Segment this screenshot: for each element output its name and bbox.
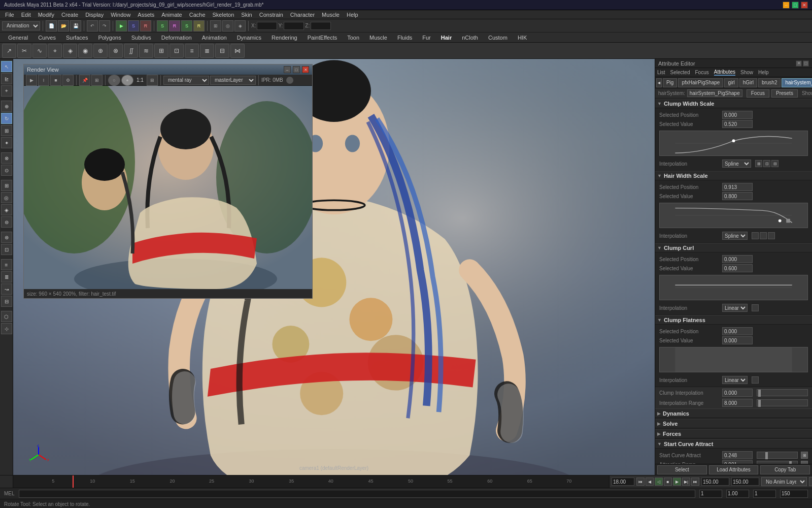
stop-btn[interactable]: ■ (664, 478, 672, 486)
polymodel-button[interactable]: ⬡ (1, 311, 12, 322)
ae-section-header-hws[interactable]: ▼ Hair Width Scale (655, 171, 812, 180)
render-settings-button[interactable]: R (140, 20, 151, 31)
cat-general[interactable]: General (3, 33, 33, 43)
snap-pt-lt[interactable]: ◈ (1, 204, 12, 215)
rv-render-btn[interactable]: ▶ (26, 75, 37, 86)
shelf-icon-15[interactable]: ⊟ (215, 44, 229, 58)
ae-float-btn[interactable]: □ (803, 60, 809, 67)
ae-focus-btn[interactable]: Focus (747, 89, 769, 98)
status-start-field[interactable] (726, 490, 749, 498)
cc-val-field[interactable] (722, 264, 753, 272)
menu-file[interactable]: File (2, 10, 17, 19)
rv-maximize[interactable]: □ (293, 66, 300, 73)
menu-assets[interactable]: Assets (134, 10, 157, 19)
cws-ctrl3[interactable]: ⊟ (771, 160, 779, 167)
anim-layer-dropdown[interactable]: No Anim Layer (761, 477, 807, 486)
viewport-area[interactable]: Render View – □ ✕ ▶ I ■ ⚙ 📌 ⊞ ○ ● 1:1 ⊞ (13, 59, 655, 475)
shelf-icon-12[interactable]: ⊡ (170, 44, 184, 58)
cat-curves[interactable]: Curves (33, 33, 61, 43)
next-frame-btn[interactable]: ▶| (682, 478, 690, 486)
channel-button[interactable]: ≣ (1, 271, 12, 282)
rv-close[interactable]: ✕ (302, 66, 309, 73)
ae-node-hgirl[interactable]: hGirl (739, 78, 757, 87)
cf-ctrl1[interactable] (752, 376, 759, 384)
paint-button[interactable]: R (169, 20, 180, 31)
cat-subdivs[interactable]: Subdivs (126, 33, 156, 43)
cat-fluids[interactable]: Fluids (392, 33, 417, 43)
z-field[interactable] (311, 22, 331, 30)
tool4-button[interactable]: R (193, 20, 205, 31)
cat-toon[interactable]: Toon (342, 33, 364, 43)
ae-section-header-sca[interactable]: ▼ Start Curve Attract (655, 439, 812, 449)
snap-curve-lt[interactable]: ◎ (1, 192, 12, 203)
sca-attract-slider[interactable] (757, 452, 798, 459)
render-current-button[interactable]: ▶ (116, 20, 127, 31)
rv-ipr-btn[interactable]: I (38, 75, 49, 86)
ae-section-header-cc[interactable]: ▼ Clump Curl (655, 243, 812, 252)
shelf-icon-11[interactable]: ⊞ (154, 44, 168, 58)
interp-range-field[interactable] (722, 399, 753, 407)
hws-interp-select[interactable]: SplineLinear (722, 232, 748, 240)
sca-damp-field[interactable] (722, 460, 753, 464)
redo-button[interactable]: ↷ (99, 20, 110, 31)
render-view-title-bar[interactable]: Render View – □ ✕ (24, 65, 312, 75)
cf-interp-select[interactable]: LinearSpline (722, 376, 748, 384)
hws-val-field[interactable] (722, 192, 753, 200)
cws-val-field[interactable] (722, 120, 753, 128)
shelf-icon-7[interactable]: ⊕ (93, 44, 108, 58)
range-start-field[interactable] (701, 478, 729, 486)
ae-section-header-cws[interactable]: ▼ Clump Width Scale (655, 99, 812, 108)
menu-window[interactable]: Window (108, 10, 133, 19)
clump-interp-field[interactable] (722, 389, 753, 397)
shelf-icon-16[interactable]: ⋈ (230, 44, 245, 58)
menu-cache[interactable]: Cache (186, 10, 209, 19)
cat-custom[interactable]: Custom (483, 33, 513, 43)
ae-node-brush2[interactable]: brush2 (758, 78, 781, 87)
menu-skin[interactable]: Skin (238, 10, 255, 19)
sca-damp-slider[interactable] (757, 461, 798, 464)
sca-attract-field[interactable] (722, 451, 753, 459)
cat-hik[interactable]: HIK (513, 33, 532, 43)
ae-section-header-solve[interactable]: ▶ Solve (655, 419, 812, 428)
range-end-field[interactable] (731, 478, 759, 486)
render-view-image[interactable] (24, 86, 312, 289)
snap-point-button[interactable]: ◈ (234, 20, 246, 31)
shelf-icon-9[interactable]: ∬ (124, 44, 138, 58)
hws-curve-widget[interactable] (659, 203, 808, 228)
shelf-icon-2[interactable]: ✂ (17, 44, 31, 58)
tool3-button[interactable]: S (181, 20, 192, 31)
hws-ctrl1[interactable] (752, 232, 759, 239)
cat-fur[interactable]: Fur (417, 33, 436, 43)
cat-surfaces[interactable]: Surfaces (61, 33, 93, 43)
maximize-button[interactable]: □ (792, 2, 799, 9)
ae-node-pig[interactable]: Pig (663, 78, 677, 87)
ae-tab-selected[interactable]: Selected (670, 70, 690, 75)
soft-mod-button[interactable]: ⊗ (1, 152, 12, 164)
open-scene-button[interactable]: 📂 (58, 20, 69, 31)
cf-val-field[interactable] (722, 336, 753, 344)
layer-button[interactable]: ≡ (1, 259, 12, 270)
cat-ncloth[interactable]: nCloth (457, 33, 483, 43)
ae-node-hairsystem[interactable]: hairSystem_PigShape (782, 78, 812, 87)
ae-load-attr-btn[interactable]: Load Attributes (709, 465, 759, 474)
paint-select-button[interactable]: ⌖ (1, 85, 12, 97)
menu-character[interactable]: Character (287, 10, 318, 19)
minimize-button[interactable]: – (783, 2, 790, 9)
shelf-icon-5[interactable]: ◈ (63, 44, 77, 58)
ipr-button[interactable]: S (128, 20, 139, 31)
rv-display-type[interactable]: ○ (108, 75, 120, 86)
cc-ctrl1[interactable] (752, 304, 759, 311)
workspace-dropdown[interactable]: Animation (2, 21, 40, 30)
undo-button[interactable]: ↶ (87, 20, 98, 31)
snap-grid-button[interactable]: ⊞ (210, 20, 221, 31)
menu-help[interactable]: Help (344, 10, 361, 19)
menu-skeleton[interactable]: Skeleton (210, 10, 238, 19)
menu-display[interactable]: Display (82, 10, 107, 19)
rv-channel-btn[interactable]: ● (121, 75, 133, 86)
mel-input[interactable] (19, 490, 695, 498)
ae-section-header-forces[interactable]: ▶ Forces (655, 429, 812, 438)
cc-curve-widget[interactable] (659, 275, 808, 300)
save-scene-button[interactable]: 💾 (70, 20, 81, 31)
cat-hair[interactable]: Hair (436, 33, 457, 43)
cws-curve-widget[interactable] (659, 131, 808, 156)
